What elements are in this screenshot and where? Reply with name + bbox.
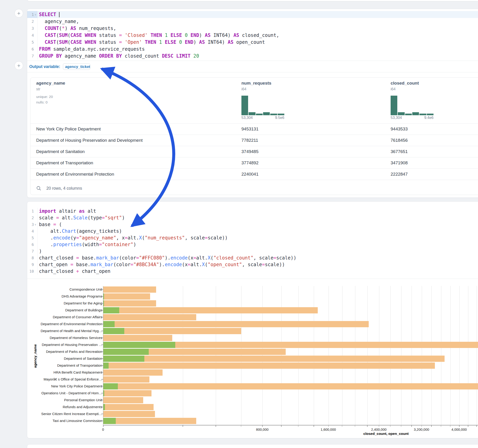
result-table-panel: agency_namestrunique: 20nulls: 0num_requ… bbox=[30, 77, 478, 195]
column-type: i64 bbox=[391, 87, 396, 91]
histogram-bar bbox=[270, 114, 277, 115]
y-axis-tick bbox=[101, 338, 103, 338]
y-axis-tick bbox=[101, 365, 103, 366]
bar-chart: agency_name Correspondence UnitDHS Advan… bbox=[27, 279, 478, 438]
output-variable-badge[interactable]: agency_tickets bbox=[63, 63, 90, 70]
table-cell: 9443533 bbox=[391, 123, 408, 135]
column-header[interactable]: num_requests bbox=[241, 81, 271, 86]
x-axis-tick bbox=[342, 425, 342, 427]
code-line[interactable]: 3 COUNT(*) AS num_requests, bbox=[27, 25, 478, 32]
y-axis-label: Operations Unit - Department of Hom… bbox=[31, 391, 102, 395]
y-axis-label: Department of Homeless Services bbox=[31, 336, 102, 340]
y-axis-label: Personal Exemption Unit bbox=[31, 398, 102, 402]
x-axis-label: 0 bbox=[89, 428, 117, 431]
previous-cell-edge bbox=[27, 0, 478, 1]
y-axis-tick bbox=[101, 289, 103, 290]
histogram-bar bbox=[391, 96, 397, 115]
x-axis-label: 2,400,000 bbox=[365, 428, 393, 431]
column-histogram bbox=[241, 96, 284, 115]
fold-chevron-icon[interactable]: ∨ bbox=[34, 223, 37, 226]
table-cell: Department of Sanitation bbox=[36, 146, 85, 157]
column-stats: unique: 20 bbox=[36, 95, 53, 99]
y-axis-tick bbox=[101, 351, 103, 352]
code-line[interactable]: 5 .encode(y="agency_name", x=alt.X("num_… bbox=[27, 235, 478, 241]
bar-closed-count bbox=[103, 321, 369, 327]
table-cell: 2240041 bbox=[241, 168, 258, 180]
code-line[interactable]: 3∨base = ( bbox=[27, 221, 478, 228]
line-number-gutter: 7 bbox=[27, 248, 37, 255]
x-axis-tick bbox=[262, 425, 263, 427]
python-code-editor[interactable]: 1import altair as alt2scale = alt.Scale(… bbox=[27, 208, 478, 275]
x-axis-title: closed_count, open_count bbox=[352, 432, 421, 436]
line-number-gutter: 9 bbox=[27, 261, 37, 268]
histogram-bar bbox=[412, 112, 419, 115]
x-axis-tick bbox=[314, 425, 314, 427]
y-axis-tick bbox=[101, 386, 103, 386]
x-axis-tick bbox=[103, 425, 104, 427]
line-number-gutter: 7 bbox=[27, 53, 37, 59]
y-axis-label: Department for the Aging bbox=[31, 301, 102, 305]
code-line[interactable]: 6FROM sample_data.nyc.service_requests bbox=[27, 46, 478, 53]
bar-open-count bbox=[103, 307, 119, 313]
table-cell: 7782211 bbox=[241, 135, 258, 146]
code-text: COUNT(*) AS num_requests, bbox=[37, 25, 478, 32]
code-line[interactable]: 8chart_closed = base.mark_bar(color="#FF… bbox=[27, 255, 478, 261]
x-axis-tick bbox=[379, 425, 379, 427]
line-number-gutter: 8 bbox=[27, 255, 37, 261]
code-line[interactable]: 4 CAST(SUM(CASE WHEN status = 'Closed' T… bbox=[27, 32, 478, 39]
y-axis-label: HRA Benefit Card Replacement bbox=[31, 370, 102, 375]
y-axis-label: Department of Buildings bbox=[31, 308, 102, 312]
y-axis-tick bbox=[101, 310, 103, 311]
y-axis-tick bbox=[101, 372, 103, 373]
x-axis-tick bbox=[401, 425, 402, 427]
column-header[interactable]: closed_count bbox=[391, 81, 419, 86]
code-line[interactable]: 10chart_closed + chart_open bbox=[27, 268, 478, 275]
add-cell-button-output[interactable]: + bbox=[14, 61, 23, 70]
table-row-count: 20 rows, 4 columns bbox=[46, 186, 82, 191]
sql-cell: 1∨SELECT 2 agency_name,3 COUNT(*) AS num… bbox=[27, 9, 478, 198]
gridline bbox=[468, 286, 468, 425]
column-header[interactable]: agency_name bbox=[36, 81, 65, 86]
line-number-gutter: 2 bbox=[27, 18, 37, 25]
y-axis-tick bbox=[101, 393, 103, 393]
search-icon[interactable] bbox=[36, 186, 41, 191]
add-cell-button-top[interactable]: + bbox=[14, 9, 23, 18]
table-cell: 3749485 bbox=[241, 146, 258, 157]
code-line[interactable]: 4 alt.Chart(agency_tickets) bbox=[27, 228, 478, 235]
column-stats: nulls: 0 bbox=[36, 100, 48, 104]
line-number-gutter: 5 bbox=[27, 39, 37, 46]
code-line[interactable]: 9chart_open = base.mark_bar(color="#8BC3… bbox=[27, 261, 478, 268]
y-axis-tick bbox=[101, 400, 103, 400]
sql-code-editor[interactable]: 1∨SELECT 2 agency_name,3 COUNT(*) AS num… bbox=[27, 11, 478, 59]
histogram-bar bbox=[241, 96, 248, 115]
code-line[interactable]: 1import altair as alt bbox=[27, 208, 478, 215]
y-axis-label: Department of Environmental Protection bbox=[31, 322, 102, 326]
histogram-bar bbox=[398, 112, 404, 115]
code-line[interactable]: 7) bbox=[27, 248, 478, 255]
code-line[interactable]: 2scale = alt.Scale(type="sqrt") bbox=[27, 215, 478, 221]
x-axis-tick bbox=[468, 425, 468, 427]
code-line[interactable]: 6 .properties(width="container") bbox=[27, 241, 478, 248]
code-text: alt.Chart(agency_tickets) bbox=[37, 228, 478, 235]
x-axis-tick bbox=[183, 425, 183, 427]
code-text: CAST(SUM(CASE WHEN status = 'Closed' THE… bbox=[37, 32, 478, 39]
code-line[interactable]: 7GROUP BY agency_name ORDER BY closed_co… bbox=[27, 53, 478, 59]
y-axis-tick bbox=[101, 303, 103, 304]
histogram-bar bbox=[256, 114, 263, 115]
code-text: base = ( bbox=[37, 221, 478, 228]
output-variable-row: Output variable: agency_tickets bbox=[27, 61, 478, 72]
code-line[interactable]: 2 agency_name, bbox=[27, 18, 478, 25]
y-axis-label: DHS Advantage Programs bbox=[31, 294, 102, 299]
table-cell: Department of Transportation bbox=[36, 157, 93, 168]
line-number-gutter: 6 bbox=[27, 241, 37, 248]
code-line[interactable]: 5 CAST(SUM(CASE WHEN status = 'Open' THE… bbox=[27, 39, 478, 46]
fold-chevron-icon[interactable]: ∨ bbox=[34, 13, 37, 16]
code-line[interactable]: 1∨SELECT bbox=[27, 11, 478, 18]
bar-open-count bbox=[103, 418, 116, 424]
bar-closed-count bbox=[103, 397, 143, 403]
row-separator bbox=[31, 180, 478, 180]
code-text: import altair as alt bbox=[37, 208, 478, 215]
y-axis-label: Department of Housing Preservation … bbox=[31, 342, 102, 347]
y-axis-label: Refunds and Adjustments bbox=[31, 405, 102, 409]
y-axis-tick bbox=[101, 324, 103, 324]
